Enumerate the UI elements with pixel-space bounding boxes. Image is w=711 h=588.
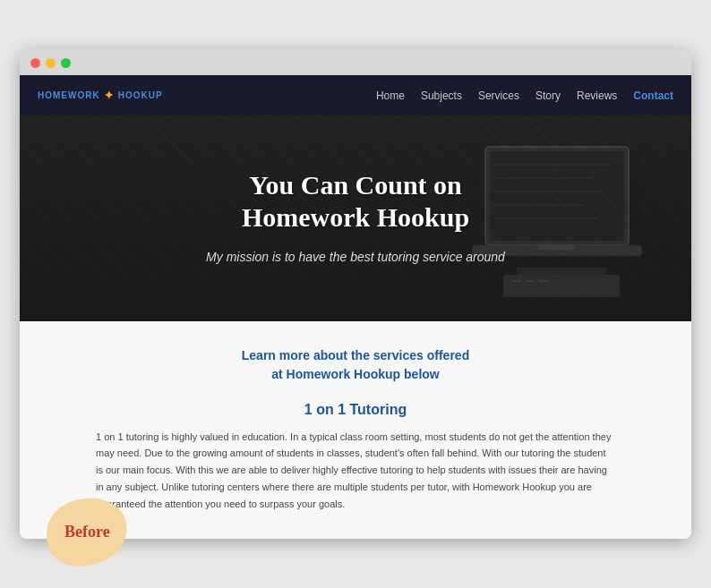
service-title: 1 on 1 Tutoring [56,402,655,418]
nav-item-services[interactable]: Services [478,87,519,103]
nav-item-home[interactable]: Home [376,87,405,103]
browser-window: HOMEWORK ✦ HOOKUP Home Subjects Services… [20,49,691,539]
service-body: 1 on 1 tutoring is highly valued in educ… [96,429,615,512]
browser-content: HOMEWORK ✦ HOOKUP Home Subjects Services… [20,75,691,539]
site-nav: HOMEWORK ✦ HOOKUP Home Subjects Services… [20,75,691,115]
svg-rect-8 [539,245,575,250]
minimize-button[interactable] [46,58,56,68]
hero-title: You Can Count on Homework Hookup [206,169,505,234]
nav-item-story[interactable]: Story [535,87,561,103]
nav-links: Home Subjects Services Story Reviews Con… [376,87,673,103]
nav-item-reviews[interactable]: Reviews [577,87,617,103]
logo-star: ✦ [104,89,115,102]
section-intro: Learn more about the services offered at… [56,346,655,384]
nav-item-subjects[interactable]: Subjects [421,87,462,103]
svg-rect-10 [503,275,620,297]
browser-chrome [20,49,691,75]
hero-section: You Can Count on Homework Hookup My miss… [20,115,691,321]
close-button[interactable] [30,58,40,68]
maximize-button[interactable] [61,58,71,68]
svg-rect-9 [517,268,606,275]
content-section: Learn more about the services offered at… [20,321,691,539]
site-logo[interactable]: HOMEWORK ✦ HOOKUP [38,89,163,102]
hero-content: You Can Count on Homework Hookup My miss… [170,169,541,267]
hero-subtitle: My mission is to have the best tutoring … [206,248,505,267]
nav-item-contact[interactable]: Contact [633,87,673,103]
logo-text-1: HOMEWORK [38,90,100,100]
before-label: Before [64,523,110,541]
logo-text-2: HOOKUP [118,90,163,100]
